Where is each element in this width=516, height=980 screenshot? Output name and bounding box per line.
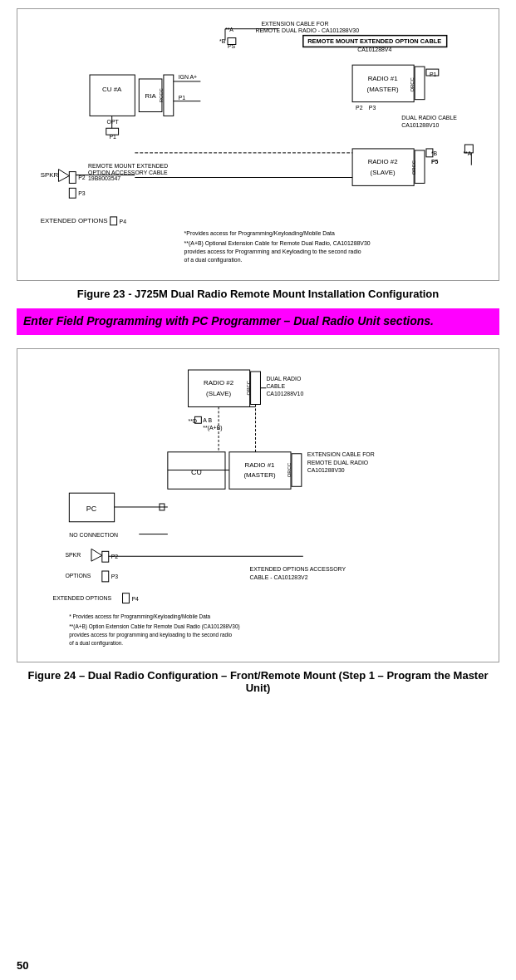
- svg-rect-47: [69, 188, 76, 198]
- svg-text:*Provides access for Programmi: *Provides access for Programming/Keyload…: [184, 230, 335, 237]
- svg-text:* Provides access for Programm: * Provides access for Programming/Keyloa…: [69, 613, 210, 620]
- svg-text:REMOTE MOUNT EXTENDED OPTION C: REMOTE MOUNT EXTENDED OPTION CABLE: [307, 37, 441, 45]
- svg-text:CU #A: CU #A: [102, 86, 122, 93]
- svg-text:CA101288V10: CA101288V10: [401, 122, 439, 128]
- svg-text:EXTENSION CABLE FOR: EXTENSION CABLE FOR: [307, 451, 375, 456]
- svg-text:P4: P4: [120, 219, 127, 224]
- svg-text:SPKR: SPKR: [41, 172, 59, 180]
- svg-rect-28: [415, 66, 425, 100]
- svg-text:RCCC: RCCC: [159, 87, 164, 102]
- svg-text:NO CONNECTION: NO CONNECTION: [69, 531, 118, 537]
- svg-text:RADIO #2: RADIO #2: [204, 378, 233, 386]
- svg-text:(MASTER): (MASTER): [367, 86, 400, 93]
- svg-text:(SLAVE): (SLAVE): [206, 389, 231, 396]
- svg-text:P3: P3: [111, 574, 119, 579]
- svg-text:provides access for Programmin: provides access for Programming and Keyl…: [184, 249, 361, 255]
- highlight-bar: Enter Field Programming with PC Programm…: [17, 308, 499, 335]
- svg-text:ORCC: ORCC: [287, 462, 292, 477]
- svg-rect-15: [164, 75, 174, 116]
- svg-text:REMOTE MOUNT EXTENDED: REMOTE MOUNT EXTENDED: [88, 163, 168, 169]
- svg-text:OPT: OPT: [107, 119, 120, 125]
- svg-text:REMOTE DUAL RADIO: REMOTE DUAL RADIO: [307, 459, 369, 465]
- svg-text:EXTENDED OPTIONS: EXTENDED OPTIONS: [53, 594, 112, 600]
- svg-text:P5: P5: [431, 159, 439, 165]
- svg-text:CA101288V30: CA101288V30: [307, 467, 345, 473]
- svg-text:**(A+B): **(A+B): [203, 425, 222, 431]
- svg-text:CU: CU: [191, 468, 202, 476]
- svg-rect-82: [229, 451, 291, 488]
- svg-text:P4: P4: [131, 595, 139, 601]
- svg-text:**A: **A: [225, 27, 233, 32]
- svg-text:A    B: A B: [203, 417, 212, 423]
- svg-text:*B: *B: [219, 39, 226, 45]
- svg-text:IGN A+: IGN A+: [179, 74, 197, 80]
- svg-text:PS: PS: [228, 43, 236, 49]
- svg-rect-41: [69, 172, 76, 184]
- svg-rect-25: [352, 65, 414, 101]
- page-number: 50: [17, 959, 28, 972]
- svg-text:OPTIONS: OPTIONS: [65, 573, 91, 579]
- svg-text:(SLAVE): (SLAVE): [371, 169, 396, 176]
- svg-text:of a dual configuration.: of a dual configuration.: [69, 640, 123, 647]
- svg-text:CA101288V4: CA101288V4: [357, 47, 391, 52]
- figure24-container: RADIO #2 (SLAVE) ORCC DUAL RADIO CABLE C…: [17, 348, 499, 662]
- svg-text:RADIO #1: RADIO #1: [368, 75, 398, 82]
- svg-rect-11: [90, 75, 135, 116]
- svg-rect-85: [292, 453, 302, 486]
- svg-marker-40: [58, 170, 69, 182]
- svg-text:P1: P1: [430, 71, 437, 77]
- svg-text:P2: P2: [78, 175, 86, 180]
- svg-marker-97: [91, 549, 102, 561]
- svg-text:CABLE: CABLE: [266, 382, 285, 388]
- svg-text:RIA: RIA: [145, 92, 157, 100]
- svg-text:RADIO #1: RADIO #1: [244, 460, 274, 468]
- svg-text:ORCC: ORCC: [246, 380, 251, 395]
- svg-text:**(A+B) Optional Extension Cab: **(A+B) Optional Extension Cable for Rem…: [184, 240, 371, 247]
- svg-rect-102: [102, 571, 109, 582]
- svg-text:CA101288V10: CA101288V10: [266, 390, 303, 396]
- svg-text:P3: P3: [78, 190, 86, 196]
- svg-text:EXTENSION CABLE FOR: EXTENSION CABLE FOR: [261, 21, 328, 27]
- svg-text:PC: PC: [86, 505, 97, 513]
- svg-text:EXTENDED OPTIONS: EXTENDED OPTIONS: [41, 217, 108, 224]
- svg-text:P3: P3: [369, 105, 376, 111]
- svg-rect-49: [352, 149, 414, 185]
- figure23-container: EXTENSION CABLE FOR REMOTE DUAL RADIO - …: [17, 8, 499, 281]
- svg-rect-107: [123, 593, 130, 603]
- svg-text:provides access for programmin: provides access for programming and keyl…: [69, 632, 232, 638]
- svg-text:(MASTER): (MASTER): [243, 471, 276, 479]
- svg-text:P1: P1: [179, 95, 186, 101]
- figure23-diagram: EXTENSION CABLE FOR REMOTE DUAL RADIO - …: [24, 16, 492, 273]
- figure23-caption: Figure 23 - J725M Dual Radio Remote Moun…: [26, 288, 491, 300]
- svg-text:DUAL RADIO: DUAL RADIO: [266, 375, 302, 381]
- figure24-diagram: RADIO #2 (SLAVE) ORCC DUAL RADIO CABLE C…: [24, 356, 492, 655]
- svg-text:ORCC: ORCC: [410, 76, 415, 91]
- svg-text:of a dual configuration.: of a dual configuration.: [184, 257, 243, 263]
- svg-rect-70: [251, 372, 261, 405]
- svg-text:P2: P2: [356, 105, 363, 111]
- highlight-text: Enter Field Programming with PC Programm…: [23, 314, 434, 327]
- svg-rect-58: [111, 217, 117, 225]
- svg-text:OPTION ACCESSORY CABLE: OPTION ACCESSORY CABLE: [88, 170, 168, 175]
- svg-rect-67: [189, 370, 250, 406]
- svg-text:EXTENDED OPTIONS ACCESSORY: EXTENDED OPTIONS ACCESSORY: [250, 566, 346, 572]
- svg-text:**(A+B) Option Extension Cable: **(A+B) Option Extension Cable for Remot…: [69, 623, 239, 630]
- svg-text:SPKR: SPKR: [65, 552, 81, 558]
- svg-text:19B8003547: 19B8003547: [88, 175, 120, 181]
- svg-text:CABLE - CA101283V2: CABLE - CA101283V2: [250, 574, 308, 579]
- figure24-caption: Figure 24 – Dual Radio Configuration – F…: [26, 669, 491, 694]
- svg-text:ORCC: ORCC: [411, 160, 416, 175]
- svg-text:*B: *B: [431, 150, 438, 156]
- svg-text:DUAL RADIO CABLE: DUAL RADIO CABLE: [401, 115, 457, 121]
- svg-text:RADIO #2: RADIO #2: [368, 158, 398, 165]
- svg-rect-98: [102, 551, 109, 562]
- svg-text:REMOTE DUAL RADIO - CA101288V3: REMOTE DUAL RADIO - CA101288V30: [256, 27, 360, 33]
